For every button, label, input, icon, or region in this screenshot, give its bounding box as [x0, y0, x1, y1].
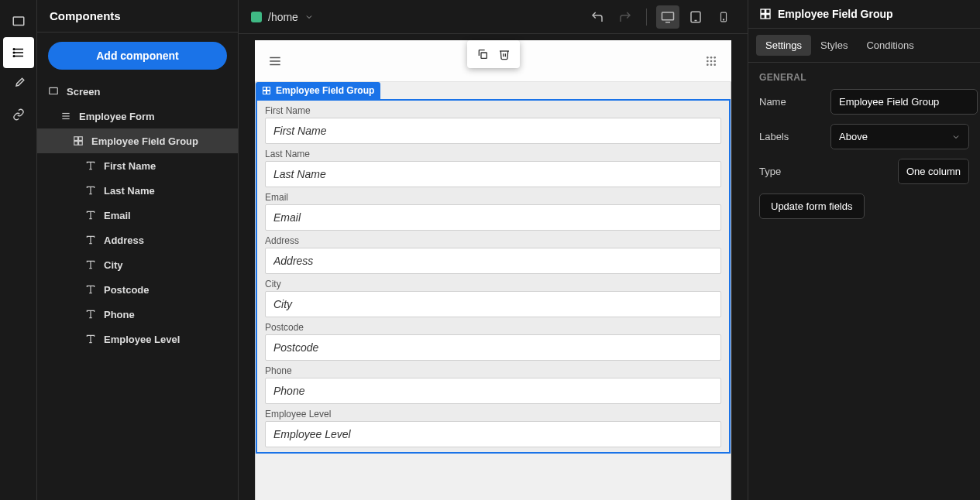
prop-labels-label: Labels	[759, 131, 821, 142]
form-field-label: First Name	[265, 105, 721, 116]
toolbar-divider	[646, 9, 647, 26]
text-field-icon	[84, 185, 98, 196]
text-field-icon	[84, 160, 98, 171]
tree-form-label: Employee Form	[79, 111, 155, 122]
tree-field-label: Phone	[104, 309, 135, 320]
theme-tab-icon[interactable]	[3, 68, 34, 99]
route-selector[interactable]: /home	[251, 11, 314, 23]
tree-field[interactable]: Address	[37, 228, 238, 252]
text-field-icon	[84, 235, 98, 245]
svg-point-44	[707, 60, 709, 62]
links-tab-icon[interactable]	[3, 99, 34, 130]
svg-rect-52	[263, 91, 266, 94]
route-status-dot	[251, 12, 262, 22]
svg-rect-12	[79, 137, 83, 141]
device-desktop-button[interactable]	[656, 5, 679, 29]
tree-form[interactable]: Employee Form	[37, 104, 238, 128]
tree-field[interactable]: Postcode	[37, 277, 238, 302]
tree-screen-label: Screen	[67, 86, 100, 98]
svg-rect-0	[13, 17, 24, 26]
form-field-label: Phone	[265, 365, 721, 376]
form-field-input[interactable]	[265, 248, 721, 274]
svg-point-49	[714, 63, 716, 66]
svg-rect-37	[481, 53, 487, 58]
components-tab-icon[interactable]	[3, 37, 34, 68]
field-group-icon	[71, 135, 85, 146]
svg-point-36	[723, 19, 724, 19]
prop-name-input[interactable]	[830, 89, 978, 115]
tree-field[interactable]: Email	[37, 203, 238, 228]
delete-button[interactable]	[493, 43, 515, 65]
svg-rect-7	[50, 87, 58, 94]
form-field-input[interactable]	[265, 118, 721, 144]
tree-field-group-label: Employee Field Group	[91, 135, 198, 147]
props-title: Employee Field Group	[778, 8, 893, 20]
form-field-label: Last Name	[265, 149, 721, 159]
form-field[interactable]: Address	[260, 231, 726, 274]
selection-toolbar	[467, 40, 520, 68]
duplicate-button[interactable]	[472, 43, 493, 65]
svg-rect-50	[263, 87, 266, 91]
form-field-input[interactable]	[265, 421, 721, 447]
form-field[interactable]: First Name	[260, 101, 726, 144]
add-component-button[interactable]: Add component	[48, 42, 227, 70]
tree-field[interactable]: First Name	[37, 153, 238, 178]
text-field-icon	[84, 334, 98, 344]
form-field-input[interactable]	[265, 291, 721, 317]
prop-name-label: Name	[759, 96, 821, 108]
svg-rect-53	[267, 91, 270, 94]
tree-field-label: City	[104, 259, 123, 271]
undo-button[interactable]	[586, 5, 609, 29]
svg-rect-11	[74, 137, 78, 141]
svg-rect-31	[662, 12, 674, 20]
svg-point-46	[714, 60, 716, 62]
form-field[interactable]: City	[260, 274, 726, 317]
form-field[interactable]: Last Name	[260, 144, 726, 187]
selection-tag[interactable]: Employee Field Group	[256, 82, 380, 99]
text-field-icon	[84, 284, 98, 295]
form-field[interactable]: Employee Level	[260, 404, 726, 447]
form-field[interactable]: Postcode	[260, 317, 726, 361]
screens-tab-icon[interactable]	[3, 6, 34, 37]
employee-field-group[interactable]: First Name Last Name Email Address City …	[256, 99, 731, 454]
tab-conditions[interactable]: Conditions	[857, 35, 923, 56]
selection-tag-label: Employee Field Group	[276, 85, 374, 96]
update-form-fields-button[interactable]: Update form fields	[759, 193, 865, 219]
hamburger-icon[interactable]	[266, 52, 284, 70]
tab-settings[interactable]: Settings	[756, 35, 811, 56]
form-field[interactable]: Phone	[260, 361, 726, 404]
prop-labels-select[interactable]: Above	[830, 124, 969, 149]
field-group-icon	[759, 8, 772, 20]
tree-field[interactable]: City	[37, 252, 238, 277]
form-icon	[59, 111, 73, 122]
form-field-input[interactable]	[265, 161, 721, 187]
form-field-input[interactable]	[265, 378, 721, 404]
device-mobile-button[interactable]	[712, 5, 735, 29]
tab-styles[interactable]: Styles	[811, 35, 857, 56]
chevron-down-icon	[304, 12, 314, 22]
form-field-label: Postcode	[265, 322, 721, 333]
svg-point-4	[13, 49, 15, 50]
prop-type-label: Type	[759, 166, 821, 177]
redo-button[interactable]	[614, 5, 637, 29]
svg-point-45	[710, 60, 713, 62]
tree-field[interactable]: Phone	[37, 302, 238, 327]
tree-field-label: Postcode	[104, 284, 150, 296]
design-frame: Employee Field Group First Name Last Nam…	[255, 40, 731, 500]
text-field-icon	[84, 210, 98, 221]
svg-rect-13	[74, 142, 78, 146]
prop-type-value: One column	[898, 159, 969, 184]
form-field[interactable]: Email	[260, 187, 726, 231]
form-field-label: Email	[265, 192, 721, 203]
form-field-input[interactable]	[265, 334, 721, 361]
field-group-icon	[262, 86, 271, 95]
tree-field[interactable]: Last Name	[37, 178, 238, 203]
tree-field-group[interactable]: Employee Field Group	[37, 128, 238, 153]
apps-grid-icon[interactable]	[702, 52, 720, 70]
tree-field[interactable]: Employee Level	[37, 327, 238, 351]
form-field-input[interactable]	[265, 204, 721, 231]
device-tablet-button[interactable]	[684, 5, 707, 29]
svg-rect-51	[267, 87, 270, 91]
form-field-label: City	[265, 279, 721, 289]
tree-screen[interactable]: Screen	[37, 79, 238, 104]
